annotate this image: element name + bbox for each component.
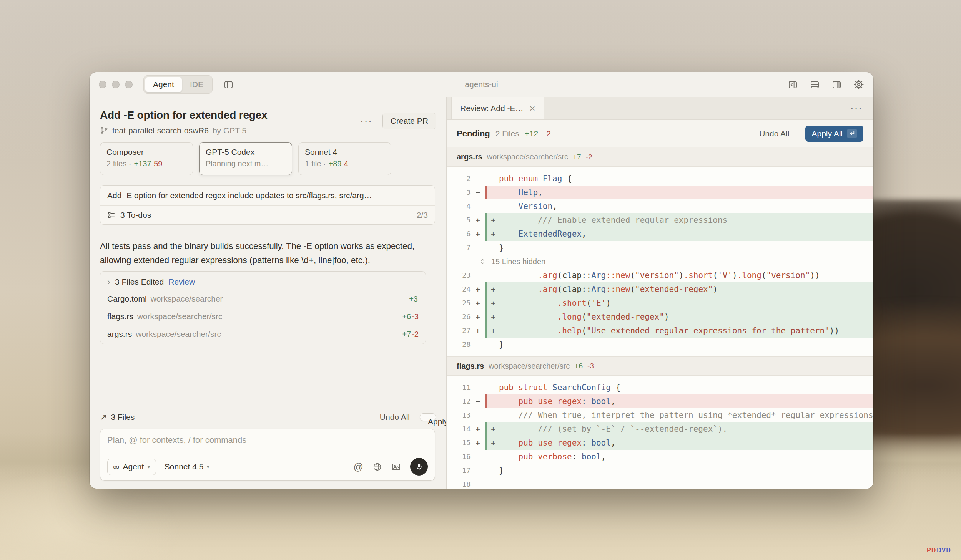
card-subtitle: Planning next m… <box>206 159 286 168</box>
code-text: .arg(clap::Arg::new("extended-regex") <box>499 282 873 296</box>
composer-input[interactable]: Plan, @ for contexts, / for commands ∞ A… <box>100 429 435 481</box>
zoom-button[interactable] <box>125 81 133 88</box>
file-row[interactable]: args.rs workspace/searcher/src +7-2 <box>100 325 426 343</box>
diff-marker: − <box>471 186 485 199</box>
model-dropdown[interactable]: Sonnet 4.5 ▾ <box>165 462 209 471</box>
pending-actions-row: ↗ 3 Files Undo All Apply All <box>100 406 436 429</box>
create-pr-button[interactable]: Create PR <box>382 113 436 129</box>
pending-label: Pending <box>457 129 490 139</box>
line-number: 4 <box>447 199 471 213</box>
line-number: 6 <box>447 227 471 241</box>
diff-marker: − <box>471 394 485 408</box>
files-edited-panel: › 3 Files Edited Review Cargo.toml works… <box>100 271 426 344</box>
globe-icon[interactable] <box>372 462 382 472</box>
code-text: pub enum Flag { <box>499 172 873 186</box>
collapse-left-panel-icon[interactable] <box>788 80 798 90</box>
more-icon[interactable]: ··· <box>850 102 873 114</box>
file-section-header[interactable]: flags.rsworkspace/searcher/src+6-3 <box>447 356 873 376</box>
files-count-label[interactable]: 3 Files <box>111 413 135 422</box>
card-title: Composer <box>106 147 186 157</box>
chevron-down-icon: ▾ <box>147 463 150 470</box>
diff-marker: + <box>471 310 485 324</box>
app-window: agents-ui Agent IDE <box>90 72 873 489</box>
review-tabbar: Review: Add -E… × ··· <box>447 97 873 120</box>
microphone-button[interactable] <box>410 458 428 476</box>
line-number: 2 <box>447 172 471 186</box>
file-path: workspace/searcher/src <box>487 152 568 161</box>
diff-marker-inner <box>487 408 499 422</box>
diff-marker-inner <box>487 199 499 213</box>
mention-icon[interactable]: @ <box>354 461 363 472</box>
line-number: 11 <box>447 381 471 394</box>
composer-icons: @ <box>354 458 428 476</box>
review-tab[interactable]: Review: Add -E… × <box>451 97 544 119</box>
more-icon[interactable]: ··· <box>360 116 372 126</box>
photo-watermark: PDDVD <box>927 547 951 554</box>
diff-marker-inner: + <box>487 227 499 241</box>
files-edited-header[interactable]: › 3 Files Edited Review <box>100 272 426 290</box>
code-text: } <box>499 338 873 351</box>
right-panel-icon[interactable] <box>831 80 842 90</box>
enter-key-icon <box>847 129 857 138</box>
todos-row[interactable]: 3 To-dos 2/3 <box>100 206 435 224</box>
agent-card-gpt5-codex[interactable]: GPT-5 Codex Planning next m… <box>199 142 292 175</box>
todo-list-icon <box>107 211 116 219</box>
close-icon[interactable]: × <box>530 103 535 113</box>
task-summary[interactable]: Add -E option for extended regex include… <box>100 186 435 206</box>
diff-marker <box>471 477 485 489</box>
agent-card-sonnet4[interactable]: Sonnet 4 1 file ·+89-4 <box>298 142 391 175</box>
diff-line: 28} <box>447 338 873 351</box>
file-section-header[interactable]: args.rsworkspace/searcher/src+7-2 <box>447 147 873 167</box>
file-name: args.rs <box>457 152 482 161</box>
diff-marker <box>471 338 485 351</box>
code-text: .short('E') <box>499 296 873 310</box>
code-text: pub verbose: bool, <box>499 450 873 464</box>
file-row[interactable]: Cargo.toml workspace/searcher +3 <box>100 290 426 308</box>
close-button[interactable] <box>99 81 106 88</box>
review-link[interactable]: Review <box>168 277 195 287</box>
bottom-panel-icon[interactable] <box>810 80 820 90</box>
diff-marker-inner <box>487 381 499 394</box>
traffic-lights <box>99 81 133 88</box>
tab-ide[interactable]: IDE <box>182 77 211 92</box>
apply-all-button[interactable]: Apply All <box>420 413 436 421</box>
undo-all-button[interactable]: Undo All <box>380 413 410 422</box>
diff-view[interactable]: args.rsworkspace/searcher/src+7-22pub en… <box>447 147 873 489</box>
additions-count: +6 <box>574 362 583 370</box>
agent-mode-label: Agent <box>123 462 144 471</box>
sidebar-toggle-icon[interactable] <box>223 80 234 90</box>
review-tab-label: Review: Add -E… <box>460 104 524 113</box>
line-number: 18 <box>447 477 471 489</box>
diff-line: 16 pub verbose: bool, <box>447 450 873 464</box>
code-text: Version, <box>499 199 873 213</box>
apply-all-button[interactable]: Apply All <box>805 126 863 142</box>
gear-icon[interactable] <box>853 79 864 90</box>
diff-marker-inner: + <box>487 296 499 310</box>
code-text: pub struct SearchConfig { <box>499 381 873 394</box>
additions-count: +7 <box>573 153 581 161</box>
diff-marker <box>471 241 485 255</box>
diff-line: 24++ .arg(clap::Arg::new("extended-regex… <box>447 282 873 296</box>
file-name: flags.rs <box>107 312 133 321</box>
branch-author: by GPT 5 <box>213 126 246 135</box>
diff-line: 5++ /// Enable extended regular expressi… <box>447 213 873 227</box>
arrow-up-right-icon: ↗ <box>100 412 107 422</box>
line-number: 26 <box>447 310 471 324</box>
apply-all-label: Apply All <box>811 129 843 138</box>
titlebar-actions <box>788 79 864 90</box>
minimize-button[interactable] <box>112 81 120 88</box>
file-row[interactable]: flags.rs workspace/searcher/src +6-3 <box>100 308 426 325</box>
diff-line: 17} <box>447 464 873 477</box>
line-number: 23 <box>447 268 471 282</box>
file-name: flags.rs <box>457 362 484 371</box>
line-number: 15 <box>447 436 471 450</box>
image-icon[interactable] <box>391 462 401 472</box>
agent-mode-dropdown[interactable]: ∞ Agent ▾ <box>107 459 156 475</box>
diff-marker-inner: + <box>487 213 499 227</box>
pending-deletions: -2 <box>544 129 551 138</box>
diff-marker: + <box>471 324 485 338</box>
tab-agent[interactable]: Agent <box>145 77 182 92</box>
undo-all-button[interactable]: Undo All <box>759 129 789 138</box>
agent-card-composer[interactable]: Composer 2 files ·+137-59 <box>100 142 193 175</box>
hidden-lines-row[interactable]: 15 Lines hidden <box>447 255 873 268</box>
